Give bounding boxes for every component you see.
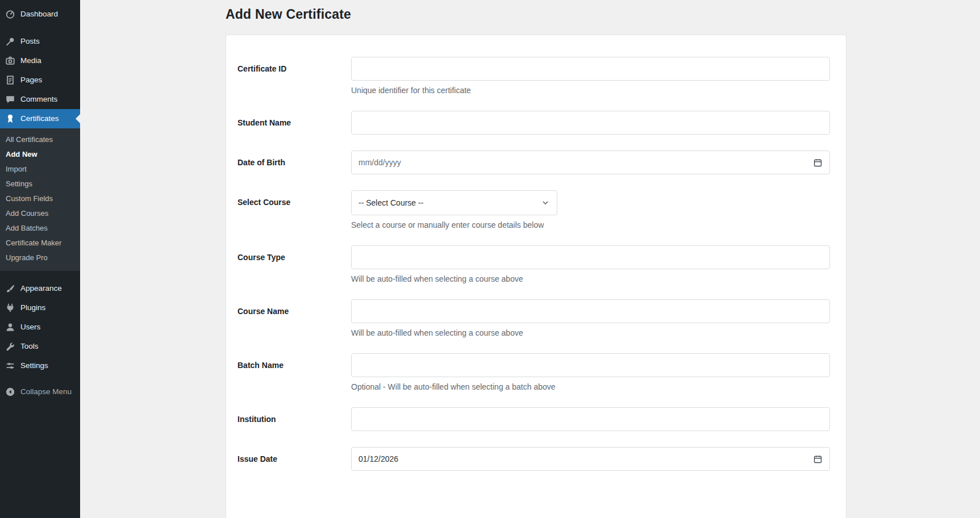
sidebar-item-appearance[interactable]: Appearance [0, 279, 80, 298]
sidebar-item-comments[interactable]: Comments [0, 90, 80, 109]
sidebar-item-plugins[interactable]: Plugins [0, 298, 80, 318]
course-type-input[interactable] [351, 245, 830, 269]
field-label: Issue Date [237, 447, 351, 471]
certificate-form: Certificate IDUnique identifier for this… [237, 57, 830, 471]
sidebar-item-settings[interactable]: Settings [0, 356, 80, 375]
field-control-wrap: Will be auto-filled when selecting a cou… [351, 245, 830, 283]
batch-name-input[interactable] [351, 353, 830, 377]
date-of-birth-input[interactable]: mm/dd/yyyy [351, 151, 830, 174]
page-wrap: Add New Certificate Certificate IDUnique… [226, 7, 846, 518]
sidebar-item-label: Posts [20, 37, 40, 46]
comments-icon [5, 94, 15, 105]
active-item-arrow [76, 114, 80, 123]
institution-input[interactable] [351, 407, 830, 431]
tools-icon [5, 341, 15, 352]
field-help: Will be auto-filled when selecting a cou… [351, 274, 830, 283]
sidebar-item-label: Users [20, 323, 40, 332]
field-label: Select Course [237, 190, 351, 229]
form-row-issue-date: Issue Date01/12/2026 [237, 447, 830, 471]
admin-sidebar: DashboardPostsMediaPagesCommentsCertific… [0, 0, 80, 518]
pages-icon [5, 75, 15, 85]
calendar-icon[interactable] [813, 158, 823, 168]
sidebar-item-media[interactable]: Media [0, 51, 80, 70]
certificate-id-input[interactable] [351, 57, 830, 81]
field-label: Date of Birth [237, 151, 351, 174]
calendar-icon[interactable] [813, 454, 823, 464]
field-label: Certificate ID [237, 57, 351, 95]
submenu-item-add-courses[interactable]: Add Courses [0, 206, 80, 221]
users-icon [5, 322, 15, 332]
page-title: Add New Certificate [226, 7, 846, 22]
sidebar-item-users[interactable]: Users [0, 318, 80, 337]
media-icon [5, 56, 15, 66]
field-help: Optional - Will be auto-filled when sele… [351, 382, 830, 391]
select-course-select[interactable]: -- Select Course -- [351, 190, 557, 215]
student-name-input[interactable] [351, 111, 830, 135]
chevron-down-icon [541, 198, 550, 207]
field-label: Course Name [237, 299, 351, 337]
sidebar-item-collapse-menu[interactable]: Collapse Menu [0, 382, 80, 402]
form-row-date-of-birth: Date of Birthmm/dd/yyyy [237, 151, 830, 174]
select-value: -- Select Course -- [358, 198, 423, 207]
posts-icon [5, 36, 15, 47]
sidebar-item-label: Settings [20, 361, 48, 370]
form-row-institution: Institution [237, 407, 830, 431]
field-control-wrap [351, 111, 830, 135]
dashboard-icon [5, 9, 15, 19]
sidebar-item-label: Certificates [20, 114, 59, 123]
field-label: Course Type [237, 245, 351, 283]
submenu-item-all-certificates[interactable]: All Certificates [0, 132, 80, 147]
submenu-item-add-batches[interactable]: Add Batches [0, 221, 80, 236]
submenu-item-upgrade-pro[interactable]: Upgrade Pro [0, 250, 80, 265]
field-label: Institution [237, 407, 351, 431]
field-label: Batch Name [237, 353, 351, 391]
sidebar-item-label: Pages [20, 76, 42, 85]
sidebar-item-label: Comments [20, 95, 57, 104]
submenu-item-settings[interactable]: Settings [0, 177, 80, 191]
sidebar-item-certificates[interactable]: Certificates [0, 109, 80, 128]
sidebar-item-label: Collapse Menu [20, 387, 72, 396]
form-row-course-type: Course TypeWill be auto-filled when sele… [237, 245, 830, 283]
content-area: Add New Certificate Certificate IDUnique… [80, 0, 980, 518]
course-name-input[interactable] [351, 299, 830, 323]
sidebar-item-label: Tools [20, 342, 39, 351]
form-row-certificate-id: Certificate IDUnique identifier for this… [237, 57, 830, 95]
date-value: 01/12/2026 [358, 454, 398, 463]
menu-separator [0, 24, 80, 32]
sidebar-item-label: Appearance [20, 284, 62, 293]
issue-date-input[interactable]: 01/12/2026 [351, 447, 830, 471]
submenu-item-certificate-maker[interactable]: Certificate Maker [0, 236, 80, 250]
field-help: Select a course or manually enter course… [351, 220, 830, 229]
field-help: Unique identifier for this certificate [351, 86, 830, 95]
certificates-icon [5, 114, 15, 124]
field-control-wrap: -- Select Course --Select a course or ma… [351, 190, 830, 229]
sidebar-item-dashboard[interactable]: Dashboard [0, 5, 80, 24]
sidebar-item-posts[interactable]: Posts [0, 32, 80, 51]
field-help: Will be auto-filled when selecting a cou… [351, 328, 830, 337]
form-row-batch-name: Batch NameOptional - Will be auto-filled… [237, 353, 830, 391]
field-control-wrap [351, 407, 830, 431]
collapse-icon [5, 387, 15, 397]
form-row-student-name: Student Name [237, 111, 830, 135]
settings-icon [5, 361, 15, 371]
admin-menu: DashboardPostsMediaPagesCommentsCertific… [0, 5, 80, 402]
submenu-item-add-new[interactable]: Add New [0, 147, 80, 162]
submenu-item-import[interactable]: Import [0, 162, 80, 177]
submenu-item-custom-fields[interactable]: Custom Fields [0, 191, 80, 206]
sidebar-item-tools[interactable]: Tools [0, 337, 80, 356]
sidebar-item-pages[interactable]: Pages [0, 70, 80, 90]
menu-separator [0, 271, 80, 279]
field-control-wrap: Will be auto-filled when selecting a cou… [351, 299, 830, 337]
date-value: mm/dd/yyyy [358, 158, 401, 167]
field-label: Student Name [237, 111, 351, 135]
certificate-form-card: Certificate IDUnique identifier for this… [226, 35, 846, 518]
field-control-wrap: 01/12/2026 [351, 447, 830, 471]
plugins-icon [5, 303, 15, 313]
field-control-wrap: Unique identifier for this certificate [351, 57, 830, 95]
field-control-wrap: mm/dd/yyyy [351, 151, 830, 174]
sidebar-item-label: Plugins [20, 303, 45, 312]
sidebar-item-label: Media [20, 56, 41, 65]
form-row-select-course: Select Course-- Select Course --Select a… [237, 190, 830, 229]
sidebar-item-label: Dashboard [20, 10, 58, 19]
field-control-wrap: Optional - Will be auto-filled when sele… [351, 353, 830, 391]
